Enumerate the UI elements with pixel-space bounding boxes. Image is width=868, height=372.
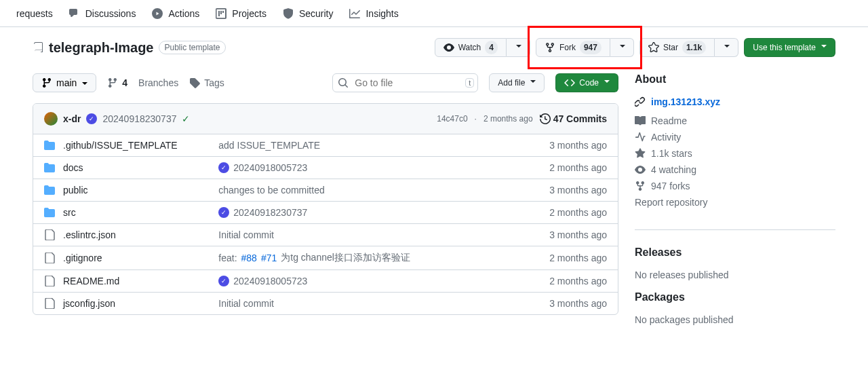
- verified-badge-icon: [218, 207, 229, 218]
- nav-projects[interactable]: Projects: [210, 8, 272, 19]
- file-date: 3 months ago: [512, 229, 607, 240]
- commit-msg-link[interactable]: add ISSUE_TEMPLATE: [218, 140, 320, 151]
- issue-link[interactable]: #88: [241, 253, 257, 263]
- folder-icon: [44, 162, 55, 173]
- star-button[interactable]: Star 1.1k: [639, 38, 715, 57]
- nav-actions[interactable]: Actions: [146, 8, 205, 19]
- report-repository-link[interactable]: Report repository: [635, 197, 835, 208]
- about-section: About img.131213.xyz ReadmeActivity1.1k …: [635, 73, 835, 230]
- history-icon: [540, 113, 551, 124]
- commit-msg-link[interactable]: 为tg channel接口添加访客验证: [281, 252, 410, 264]
- nav-discussions[interactable]: Discussions: [64, 8, 142, 19]
- folder-icon: [44, 207, 55, 218]
- commit-msg-link[interactable]: changes to be committed: [218, 185, 324, 196]
- fork-button-group: Fork 947: [536, 38, 634, 57]
- repo-visibility-badge: Public template: [159, 41, 225, 54]
- file-date: 3 months ago: [512, 140, 607, 151]
- file-name-link[interactable]: .eslintrc.json: [63, 229, 116, 240]
- file-row: README.md202409180057232 months ago: [33, 270, 618, 293]
- fork-icon: [545, 42, 555, 53]
- nav-security[interactable]: Security: [277, 8, 339, 19]
- add-file-button[interactable]: Add file: [489, 73, 545, 92]
- nav-insights[interactable]: Insights: [344, 8, 403, 19]
- insights-icon: [349, 8, 360, 19]
- commits-link[interactable]: 47 Commits: [540, 113, 607, 124]
- file-name-link[interactable]: .github/ISSUE_TEMPLATE: [63, 140, 178, 151]
- file-name-link[interactable]: public: [63, 185, 88, 196]
- folder-icon: [44, 185, 55, 196]
- commit-msg-link[interactable]: Initial commit: [218, 298, 274, 309]
- sidebar-item-icon: [635, 115, 646, 126]
- file-table: x-dr 20240918230737 ✓ 14c47c0 · 2 months…: [33, 103, 618, 315]
- file-date: 2 months ago: [512, 276, 607, 286]
- tags-link[interactable]: Tags: [189, 77, 224, 88]
- file-row: docs202409180057232 months ago: [33, 157, 618, 179]
- about-item[interactable]: 1.1k stars: [635, 148, 835, 159]
- branches-link[interactable]: 4 Branches: [107, 77, 178, 88]
- file-icon: [44, 298, 55, 309]
- file-row: publicchanges to be committed3 months ag…: [33, 179, 618, 202]
- issue-link[interactable]: #71: [261, 253, 277, 263]
- repo-url-link[interactable]: img.131213.xyz: [635, 96, 835, 107]
- code-button[interactable]: Code: [555, 73, 618, 92]
- file-name-link[interactable]: .gitignore: [63, 253, 102, 263]
- chevron-down-icon: [81, 77, 87, 88]
- file-icon: [44, 253, 55, 263]
- use-template-button[interactable]: Use this template: [744, 38, 835, 57]
- eye-icon: [443, 42, 454, 53]
- watch-count: 4: [485, 41, 498, 54]
- file-search-input[interactable]: [332, 73, 478, 92]
- commit-message[interactable]: 20240918230737: [102, 113, 176, 124]
- about-item[interactable]: Readme: [635, 115, 835, 126]
- commit-msg-link[interactable]: 20240918005723: [233, 276, 307, 286]
- about-item[interactable]: 4 watching: [635, 164, 835, 175]
- packages-empty-text: No packages published: [635, 314, 835, 325]
- commit-author[interactable]: x-dr: [63, 113, 81, 124]
- top-nav: requestsDiscussionsActionsProjectsSecuri…: [0, 0, 868, 27]
- fork-dropdown[interactable]: [610, 38, 634, 57]
- file-name-link[interactable]: README.md: [63, 276, 119, 286]
- projects-icon: [216, 8, 226, 19]
- tag-icon: [189, 77, 200, 88]
- avatar[interactable]: [44, 112, 58, 126]
- search-kbd-hint: t: [465, 78, 474, 88]
- verified-badge-icon: [86, 113, 97, 124]
- about-item[interactable]: 947 forks: [635, 181, 835, 191]
- folder-icon: [44, 140, 55, 151]
- fork-button[interactable]: Fork 947: [536, 38, 610, 57]
- watch-button-group: Watch 4: [435, 38, 530, 57]
- commit-sha[interactable]: 14c47c0: [437, 114, 467, 124]
- check-icon: ✓: [182, 113, 190, 124]
- sidebar-item-icon: [635, 148, 646, 159]
- verified-badge-icon: [218, 162, 229, 173]
- file-date: 2 months ago: [512, 162, 607, 173]
- about-item[interactable]: Activity: [635, 132, 835, 143]
- star-icon: [648, 42, 659, 53]
- nav-requests[interactable]: requests: [11, 8, 58, 19]
- repo-template-icon: [33, 42, 43, 53]
- repo-name[interactable]: telegraph-Image: [49, 40, 153, 56]
- actions-icon: [152, 8, 163, 19]
- watch-dropdown[interactable]: [507, 38, 530, 57]
- releases-empty-text: No releases published: [635, 269, 835, 280]
- commit-msg-link[interactable]: Initial commit: [218, 229, 274, 240]
- branch-select-button[interactable]: main: [33, 73, 96, 92]
- branch-icon: [41, 77, 52, 88]
- file-date: 3 months ago: [512, 298, 607, 309]
- file-icon: [44, 276, 55, 286]
- file-name-link[interactable]: jsconfig.json: [63, 298, 115, 309]
- commit-msg-link[interactable]: 20240918230737: [233, 207, 307, 218]
- sidebar-item-icon: [635, 164, 646, 175]
- sidebar-item-icon: [635, 132, 646, 143]
- packages-heading: Packages: [635, 291, 835, 303]
- file-search: t: [332, 73, 478, 92]
- file-name-link[interactable]: docs: [63, 162, 83, 173]
- repo-header: telegraph-Image Public template Watch 4 …: [33, 27, 835, 68]
- search-icon: [338, 77, 349, 88]
- file-row: src202409182307372 months ago: [33, 202, 618, 224]
- commit-msg-link[interactable]: 20240918005723: [233, 162, 307, 173]
- star-dropdown[interactable]: [715, 38, 738, 57]
- file-name-link[interactable]: src: [63, 207, 76, 218]
- code-icon: [564, 77, 575, 88]
- watch-button[interactable]: Watch 4: [435, 38, 507, 57]
